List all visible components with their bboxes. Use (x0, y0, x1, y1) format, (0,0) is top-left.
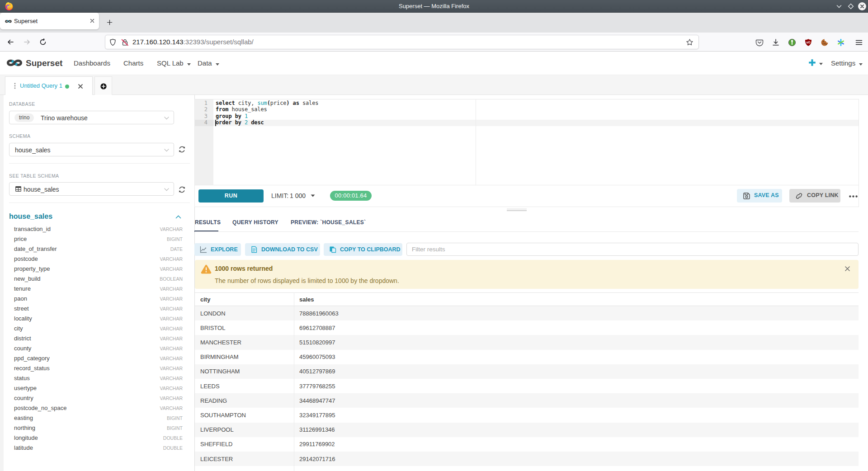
column-name: country (14, 393, 33, 403)
code-line[interactable]: group by 1 (216, 113, 248, 119)
navbar-item[interactable]: SQL Lab (157, 52, 191, 75)
database-value: Trino warehouse (41, 111, 88, 125)
limit-caret-icon[interactable] (311, 194, 315, 197)
results-tab[interactable]: RESULTS (195, 217, 221, 228)
rows-returned-alert: 1000 rows returned The number of rows di… (195, 260, 859, 289)
table-select[interactable]: house_sales (9, 182, 174, 196)
caret-down-icon (859, 63, 863, 66)
column-name: paon (14, 294, 27, 304)
back-icon[interactable] (7, 38, 14, 46)
limit-value[interactable]: 1 000 (290, 189, 306, 203)
table-row: READING 34468947747 (195, 393, 859, 408)
add-query-tab[interactable] (94, 76, 112, 95)
ublock-icon[interactable]: uO (804, 38, 812, 47)
navbar-item[interactable]: Dashboards (74, 52, 110, 75)
asterisk-extension-icon[interactable] (837, 38, 845, 47)
menu-hamburger-icon[interactable] (855, 38, 863, 47)
column-name: longitude (14, 433, 38, 443)
superset-brand[interactable]: Superset (26, 52, 62, 75)
lock-insecure-icon[interactable] (121, 38, 129, 46)
url-bar[interactable]: 217.160.120.143:32393/superset/sqllab/ (105, 35, 699, 49)
downloads-icon[interactable] (772, 38, 780, 47)
shield-icon[interactable] (109, 38, 117, 46)
table-schema-heading[interactable]: house_sales (9, 212, 52, 221)
table-row: NOTTINGHAM 40512797869 (195, 364, 859, 379)
code-line[interactable]: order by 2 desc (216, 119, 264, 126)
cell-city: LEICESTER (200, 452, 233, 466)
bookmark-star-icon[interactable] (686, 38, 693, 46)
button-label: EXPLORE (211, 243, 238, 256)
results-table: city sales LONDON 788861960063 BRISTOL 6… (195, 292, 859, 471)
table-column-row: tenure VARCHAR (0, 284, 191, 294)
column-type: VARCHAR (160, 393, 183, 404)
schema-select[interactable]: house_sales (9, 143, 174, 156)
plus-icon (808, 59, 816, 66)
navbar-item[interactable]: Charts (123, 52, 143, 75)
code-line[interactable]: select city, sum(price) as sales (216, 100, 318, 106)
save-as-button[interactable]: SAVE AS (737, 189, 782, 203)
cell-sales: 31126991346 (299, 423, 335, 437)
filter-results-input[interactable] (406, 243, 859, 256)
csv-button[interactable]: DOWNLOAD TO CSV (245, 243, 320, 256)
editor-active-line (213, 120, 859, 126)
see-table-schema-label: SEE TABLE SCHEMA (9, 173, 59, 179)
drag-handle-dots-icon[interactable] (13, 83, 17, 89)
window-maximize-icon[interactable] (847, 3, 854, 10)
collapse-chevron-up-icon[interactable] (175, 215, 181, 219)
privacy-badger-icon[interactable] (788, 38, 796, 47)
table-row: BRISTOL 69612708887 (195, 320, 859, 335)
table-column-row: district VARCHAR (0, 334, 191, 344)
navbar-settings[interactable]: Settings (831, 52, 863, 75)
warning-icon (201, 264, 212, 274)
explore-button[interactable]: EXPLORE (194, 243, 241, 256)
table-row: LIVERPOOL 31126991346 (195, 423, 859, 437)
query-tab-close-icon[interactable] (78, 84, 83, 89)
table-column-row: price BIGINT (0, 234, 191, 244)
browser-tab-superset[interactable]: Superset (0, 13, 99, 29)
editor-cursor (215, 120, 216, 126)
refresh-table-icon[interactable] (178, 186, 186, 193)
cookie-icon[interactable] (821, 38, 829, 47)
pocket-icon[interactable] (755, 38, 764, 47)
navbar-item[interactable]: Data (198, 52, 219, 75)
window-close-icon[interactable] (858, 2, 866, 10)
query-tab-active[interactable]: Untitled Query 1 (5, 76, 93, 95)
alert-close-icon[interactable] (845, 266, 850, 271)
code-line[interactable]: from house_sales (216, 106, 267, 113)
table-column-row: northing BIGINT (0, 423, 191, 433)
column-name: county (14, 344, 31, 353)
column-name: record_status (14, 363, 50, 373)
alert-message: The number of rows displayed is limited … (215, 277, 399, 284)
run-button[interactable]: RUN (198, 189, 264, 203)
reload-icon[interactable] (39, 38, 47, 46)
results-tab[interactable]: QUERY HISTORY (232, 217, 278, 228)
download-csv-icon (250, 246, 258, 253)
column-type: VARCHAR (160, 324, 183, 334)
refresh-schema-icon[interactable] (178, 146, 186, 153)
url-text[interactable]: 217.160.120.143:32393/superset/sqllab/ (132, 35, 254, 49)
query-status-dot (65, 85, 69, 89)
more-actions-icon[interactable] (849, 195, 858, 198)
navbar-add-button[interactable] (808, 52, 823, 75)
superset-logo-icon[interactable] (5, 58, 24, 68)
divider (9, 203, 190, 203)
table-column-row: latitude DOUBLE (0, 443, 191, 453)
pane-resize-handle[interactable] (507, 209, 527, 212)
browser-tab-close-icon[interactable] (89, 17, 96, 24)
window-minimize-icon[interactable] (835, 3, 843, 10)
copy-button[interactable]: COPY TO CLIPBOARD (324, 243, 402, 256)
cell-sales: 37779768255 (299, 379, 335, 393)
results-table-header: city sales (195, 292, 859, 306)
cell-city: NOTTINGHAM (200, 364, 240, 379)
results-tab[interactable]: PREVIEW: `HOUSE_SALES` (291, 217, 366, 228)
header-sales[interactable]: sales (299, 296, 314, 303)
browser-tab-title: Superset (14, 13, 38, 29)
database-select[interactable]: trino Trino warehouse (9, 111, 174, 124)
copy-link-button[interactable]: COPY LINK (789, 189, 840, 203)
sql-editor[interactable] (194, 99, 859, 185)
header-city[interactable]: city (200, 296, 210, 303)
browser-toolbar: 217.160.120.143:32393/superset/sqllab/ u… (0, 33, 868, 52)
column-name: status (14, 373, 30, 383)
new-tab-icon[interactable] (106, 19, 113, 26)
forward-icon[interactable] (24, 38, 31, 46)
